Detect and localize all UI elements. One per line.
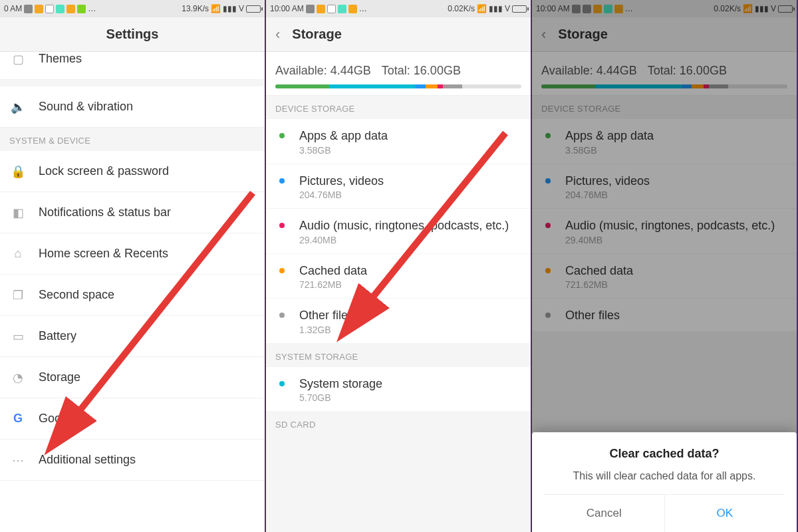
list-item-battery[interactable]: ▭ Battery (0, 316, 265, 357)
google-icon: G (9, 410, 27, 428)
color-dot-icon (545, 268, 551, 273)
app-icon (306, 5, 315, 13)
storage-item-size: 204.76MB (565, 190, 787, 200)
list-item-sound[interactable]: 🔈 Sound & vibration (0, 86, 265, 128)
back-button[interactable]: ‹ (275, 26, 280, 43)
list-item-google[interactable]: G Google (0, 398, 265, 440)
wifi-icon: 📶 (211, 4, 221, 13)
storage-item-size: 3.58GB (565, 145, 787, 156)
dialog-title: Clear cached data? (544, 447, 785, 461)
storage-item[interactable]: Pictures, videos204.76MB (266, 164, 531, 209)
section-system-storage: SYSTEM STORAGE (266, 344, 531, 367)
page-title: Storage (558, 27, 607, 42)
status-signal: V (771, 4, 776, 13)
list-label: Battery (39, 329, 76, 343)
status-speed: 0.02K/s (448, 4, 475, 13)
signal-icon: ▮▮▮ (489, 4, 503, 13)
storage-item[interactable]: System storage5.70GB (266, 367, 531, 412)
list-label: Lock screen & password (39, 164, 169, 178)
list-item-secondspace[interactable]: ❐ Second space (0, 275, 265, 316)
color-dot-icon (545, 178, 551, 184)
storage-item-title: Other files (565, 308, 787, 323)
list-label: Home screen & Recents (39, 247, 168, 261)
page-title: Settings (106, 27, 159, 42)
storage-item-size: 29.40MB (299, 235, 521, 245)
battery-icon (778, 5, 793, 13)
signal-icon: ▮▮▮ (223, 4, 237, 13)
color-dot-icon (545, 133, 551, 138)
storage-item-size: 204.76MB (299, 190, 521, 200)
app-icon (614, 5, 623, 13)
list-label: Themes (39, 52, 82, 66)
panel-storage-dialog: 10:00 AM … 0.02K/s 📶 ▮▮▮ V ‹ Storage Ava… (532, 0, 798, 532)
status-time: 10:00 AM (536, 4, 570, 13)
storage-item[interactable]: Apps & app data3.58GB (266, 119, 531, 164)
storage-item-size: 721.62MB (565, 279, 787, 290)
app-icon (56, 5, 65, 13)
list-item-storage[interactable]: ◔ Storage (0, 357, 265, 398)
header: ‹ Storage (266, 17, 531, 52)
app-icon (338, 5, 346, 13)
list-label: Sound & vibration (39, 100, 133, 114)
status-time: 0 AM (4, 4, 22, 13)
home-icon: ⌂ (9, 245, 27, 263)
header: ‹ Storage (532, 17, 797, 52)
status-more: … (359, 4, 367, 13)
storage-item-title: Cached data (565, 263, 787, 279)
storage-item[interactable]: Pictures, videos204.76MB (532, 164, 797, 209)
storage-item-size: 3.58GB (299, 145, 521, 156)
app-icon (77, 5, 86, 13)
storage-item-title: Audio (music, ringtones, podcasts, etc.) (299, 218, 521, 233)
app-icon (35, 5, 43, 13)
list-item-themes[interactable]: ▢ Themes (0, 52, 265, 80)
cancel-button[interactable]: Cancel (544, 495, 664, 532)
storage-item[interactable]: Cached data721.62MB (266, 254, 531, 299)
panel-storage: 10:00 AM … 0.02K/s 📶 ▮▮▮ V ‹ Storage Ava… (266, 0, 532, 532)
storage-item-title: System storage (299, 376, 521, 392)
storage-item-size: 5.70GB (299, 392, 521, 403)
back-button[interactable]: ‹ (541, 26, 546, 43)
app-icon (348, 5, 357, 13)
status-speed: 0.02K/s (714, 4, 741, 13)
storage-item[interactable]: Apps & app data3.58GB (532, 119, 797, 164)
copy-icon: ❐ (9, 287, 27, 304)
wifi-icon: 📶 (743, 4, 753, 13)
page-title: Storage (292, 27, 341, 42)
themes-icon: ▢ (9, 52, 27, 68)
color-dot-icon (545, 223, 551, 228)
list-item-lockscreen[interactable]: 🔒 Lock screen & password (0, 151, 265, 192)
color-dot-icon (545, 313, 551, 318)
storage-item-title: Pictures, videos (565, 174, 787, 189)
color-dot-icon (279, 268, 285, 273)
app-icon (45, 5, 54, 13)
notification-icon: ◧ (9, 204, 27, 221)
battery-icon (512, 5, 527, 13)
ok-button[interactable]: OK (664, 495, 785, 532)
list-item-homescreen[interactable]: ⌂ Home screen & Recents (0, 233, 265, 275)
list-item-notifications[interactable]: ◧ Notifications & status bar (0, 192, 265, 233)
settings-list[interactable]: ▢ Themes 🔈 Sound & vibration SYSTEM & DE… (0, 52, 265, 532)
total-label: Total: (648, 64, 676, 77)
list-item-additional[interactable]: ⋯ Additional settings (0, 440, 265, 481)
section-device-storage: DEVICE STORAGE (266, 96, 531, 119)
storage-summary: Available: 4.44GB Total: 16.00GB (266, 52, 531, 96)
available-value: 4.44GB (597, 64, 637, 77)
status-more: … (88, 4, 96, 13)
app-icon (327, 5, 336, 13)
available-label: Available: (275, 64, 327, 77)
color-dot-icon (279, 133, 285, 138)
storage-item[interactable]: Other files (532, 299, 797, 332)
storage-item[interactable]: Other files1.32GB (266, 299, 531, 344)
storage-item[interactable]: Audio (music, ringtones, podcasts, etc.)… (266, 209, 531, 254)
storage-summary: Available: 4.44GB Total: 16.00GB (532, 52, 797, 96)
total-value: 16.00GB (414, 64, 461, 77)
storage-item-size: 1.32GB (299, 325, 521, 335)
total-label: Total: (382, 64, 410, 77)
storage-item[interactable]: Audio (music, ringtones, podcasts, etc.)… (532, 209, 797, 254)
status-bar: 0 AM … 13.9K/s 📶 ▮▮▮ V (0, 0, 265, 17)
storage-item[interactable]: Cached data721.62MB (532, 254, 797, 299)
storage-item-title: Audio (music, ringtones, podcasts, etc.) (565, 218, 787, 233)
status-time: 10:00 AM (270, 4, 304, 13)
app-icon (24, 5, 33, 13)
app-icon (593, 5, 602, 13)
